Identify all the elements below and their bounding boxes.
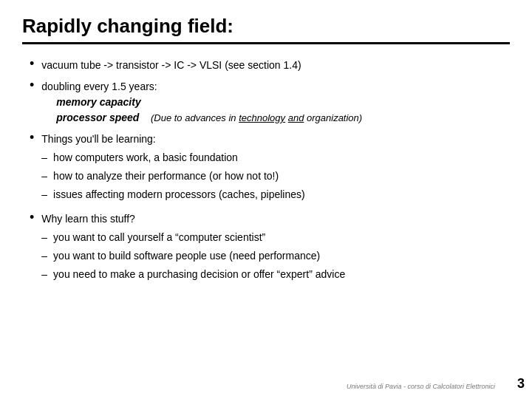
slide-container: Rapidly changing field: • vacuum tube ->… bbox=[0, 0, 532, 399]
technology-underline: technology bbox=[239, 112, 285, 123]
bullet4-intro: Why learn this stuff? bbox=[41, 213, 135, 225]
list-item: – you want to build software people use … bbox=[41, 248, 345, 264]
bullet-dot: • bbox=[30, 56, 34, 72]
list-item: – you want to call yourself a “computer … bbox=[41, 230, 345, 245]
sub-dash: – bbox=[41, 248, 47, 264]
bullet4-content: Why learn this stuff? – you want to call… bbox=[41, 211, 345, 285]
slide-title: Rapidly changing field: bbox=[22, 15, 510, 38]
sub-list: – how computers work, a basic foundation… bbox=[41, 150, 304, 202]
sub-item-text: you need to make a purchasing decision o… bbox=[53, 267, 345, 282]
bullet3-intro: Things you'll be learning: bbox=[41, 133, 155, 145]
sub-item-text: how to analyze their performance (or how… bbox=[53, 168, 279, 184]
list-item: • Why learn this stuff? – you want to ca… bbox=[30, 211, 510, 285]
bullet-dot: • bbox=[30, 130, 34, 146]
list-item: – issues affecting modern processors (ca… bbox=[41, 187, 304, 202]
and-underline: and bbox=[288, 112, 304, 123]
bullet2-content: doubling every 1.5 years: memory capacit… bbox=[41, 79, 362, 126]
list-item: – how to analyze their performance (or h… bbox=[41, 168, 304, 184]
indented-block: memory capacity processor speed (Due to … bbox=[41, 95, 362, 126]
sub-item-text: issues affecting modern processors (cach… bbox=[53, 187, 305, 202]
footer-credit: Università di Pavia - corso di Calcolato… bbox=[347, 383, 495, 390]
list-item: – how computers work, a basic foundation bbox=[41, 150, 304, 166]
processor-speed-line: processor speed (Due to advances in tech… bbox=[56, 110, 362, 126]
note-text: (Due to advances in technology and organ… bbox=[151, 112, 362, 123]
bullet1-text: vacuum tube -> transistor -> IC -> VLSI … bbox=[41, 58, 301, 73]
sub-dash: – bbox=[41, 267, 47, 282]
list-item: – you need to make a purchasing decision… bbox=[41, 267, 345, 282]
list-item: • vacuum tube -> transistor -> IC -> VLS… bbox=[30, 58, 510, 73]
list-item: • Things you'll be learning: – how compu… bbox=[30, 132, 510, 205]
bullet2-intro: doubling every 1.5 years: bbox=[41, 81, 157, 92]
bullet-dot: • bbox=[30, 78, 34, 93]
sub-item-text: you want to call yourself a “computer sc… bbox=[53, 230, 265, 245]
processor-speed-text: processor speed bbox=[56, 112, 139, 123]
page-number: 3 bbox=[517, 376, 525, 392]
slide-content: • vacuum tube -> transistor -> IC -> VLS… bbox=[22, 58, 510, 285]
memory-capacity-text: memory capacity bbox=[56, 95, 362, 110]
sub-item-text: you want to build software people use (n… bbox=[53, 248, 320, 264]
bullet3-content: Things you'll be learning: – how compute… bbox=[41, 132, 304, 205]
sub-dash: – bbox=[41, 187, 47, 202]
title-section: Rapidly changing field: bbox=[22, 15, 510, 44]
bullet-dot: • bbox=[30, 210, 34, 225]
sub-item-text: how computers work, a basic foundation bbox=[53, 150, 238, 166]
list-item: • doubling every 1.5 years: memory capac… bbox=[30, 79, 510, 126]
sub-dash: – bbox=[41, 168, 47, 184]
sub-list: – you want to call yourself a “computer … bbox=[41, 230, 345, 282]
sub-dash: – bbox=[41, 150, 47, 166]
main-bullet-list: • vacuum tube -> transistor -> IC -> VLS… bbox=[30, 58, 510, 285]
sub-dash: – bbox=[41, 230, 47, 245]
